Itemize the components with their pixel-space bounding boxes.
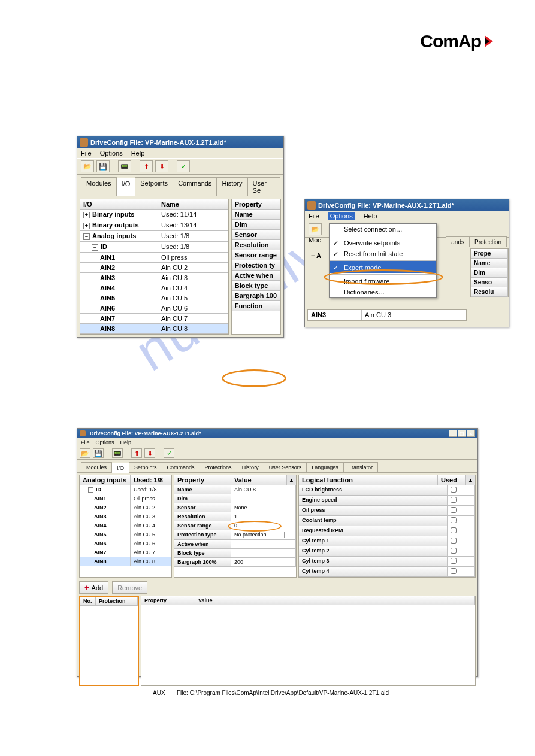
property-sensor[interactable]: Sensor	[232, 230, 280, 240]
logical-cyl-temp-3[interactable]: Cyl temp 3	[299, 557, 475, 567]
property-dim[interactable]: Dim	[471, 268, 508, 278]
save-button[interactable]: 💾	[93, 448, 104, 458]
io-row-ain1[interactable]: AIN1Oil press	[80, 494, 171, 503]
io-row-ain7[interactable]: AIN7Ain CU 7	[80, 314, 228, 324]
tab-setpoints[interactable]: Setpoints	[129, 462, 162, 472]
check-button[interactable]: ✓	[164, 448, 174, 458]
win3-protection-list[interactable]: No. Protection	[79, 596, 139, 686]
tree-toggle-icon[interactable]: −	[83, 233, 90, 240]
prop-row-sensor[interactable]: SensorNone	[174, 503, 296, 512]
win2-minirow[interactable]: AIN3 Ain CU 3	[307, 309, 467, 321]
remove-button[interactable]: Remove	[112, 581, 147, 594]
property-name[interactable]: Name	[471, 259, 508, 268]
used-checkbox[interactable]	[451, 548, 457, 554]
menu-help[interactable]: Help	[120, 439, 132, 445]
tree-toggle-icon[interactable]: +	[83, 212, 90, 218]
scroll-up-icon[interactable]: ▲	[466, 475, 475, 485]
used-checkbox[interactable]	[451, 527, 457, 533]
tab-modules[interactable]: Modules	[81, 177, 117, 196]
logical-cyl-temp-1[interactable]: Cyl temp 1	[299, 536, 475, 546]
property-name[interactable]: Name	[232, 210, 280, 220]
win1-property-grid[interactable]: PropertyNameDimSensorResolutionSensor ra…	[231, 199, 281, 335]
io-row-ain4[interactable]: AIN4Ain CU 4	[80, 283, 228, 293]
io-row-binary-inputs[interactable]: +Binary inputsUsed: 11/14	[80, 210, 228, 220]
win3-property-grid[interactable]: Property Value ▲ NameAin CU 8Dim-SensorN…	[174, 475, 297, 578]
property-prope[interactable]: Prope	[471, 249, 508, 259]
prop-row-active-when[interactable]: Active when	[174, 540, 296, 549]
win3-io-grid[interactable]: Analog inputs Used: 1/8 −IDUsed: 1/8AIN1…	[79, 475, 172, 578]
io-row-id[interactable]: −IDUsed: 1/8	[80, 485, 171, 494]
property-senso[interactable]: Senso	[471, 278, 508, 287]
menu-item-overwrite-setpoints[interactable]: Overwrite setpoints	[330, 236, 436, 248]
scroll-up-icon[interactable]: ▲	[286, 475, 296, 485]
dropdown-icon[interactable]: …	[284, 532, 292, 538]
property-dim[interactable]: Dim	[232, 220, 280, 230]
win3-propvalue-list[interactable]: Property Value	[141, 596, 476, 686]
used-checkbox[interactable]	[451, 538, 457, 544]
menu-item-import-firmware-[interactable]: Import firmware…	[330, 274, 436, 287]
used-checkbox[interactable]	[451, 517, 457, 523]
menu-item-expert-mode[interactable]: Expert mode	[330, 260, 436, 273]
property-block-type[interactable]: Block type	[232, 281, 280, 291]
menu-options[interactable]: Options	[328, 212, 355, 220]
maximize-button[interactable]: ▢	[458, 430, 466, 437]
prop-row-name[interactable]: NameAin CU 8	[174, 485, 296, 494]
win1-menubar[interactable]: File Options Help	[77, 148, 283, 158]
win1-io-grid[interactable]: I/O Name +Binary inputsUsed: 11/14+Binar…	[80, 199, 229, 335]
tab-setpoints[interactable]: Setpoints	[135, 177, 173, 196]
tab-history[interactable]: History	[216, 177, 247, 196]
property-bargraph-100[interactable]: Bargraph 100	[232, 291, 280, 301]
menu-file[interactable]: File	[81, 150, 92, 157]
io-row-binary-outputs[interactable]: +Binary outputsUsed: 13/14	[80, 220, 228, 231]
open-button[interactable]: 📂	[309, 223, 322, 235]
property-sensor-range[interactable]: Sensor range	[232, 250, 280, 260]
download-button[interactable]: ⬇	[155, 160, 168, 172]
win2-menubar[interactable]: File Options Help	[305, 211, 509, 221]
tab-translator[interactable]: Translator	[343, 462, 378, 472]
logical-cyl-temp-2[interactable]: Cyl temp 2	[299, 546, 475, 557]
tab-io[interactable]: I/O	[116, 178, 136, 196]
io-row-ain2[interactable]: AIN2Ain CU 2	[80, 503, 171, 512]
tree-toggle-icon[interactable]: −	[92, 244, 98, 251]
logical-lcd-brightness[interactable]: LCD brightness	[299, 485, 475, 496]
open-button[interactable]: 📂	[80, 448, 90, 458]
close-button[interactable]: ×	[467, 430, 475, 437]
io-row-analog-inputs[interactable]: −Analog inputsUsed: 1/8	[80, 231, 228, 242]
check-button[interactable]: ✓	[177, 160, 190, 172]
property-function[interactable]: Function	[232, 301, 280, 311]
upload-button[interactable]: ⬆	[131, 448, 142, 458]
io-row-ain2[interactable]: AIN2Ain CU 2	[80, 263, 228, 273]
minimize-button[interactable]: _	[449, 430, 457, 437]
tree-toggle-icon[interactable]: −	[88, 487, 93, 493]
menu-help[interactable]: Help	[364, 212, 377, 220]
connect-button[interactable]: 📟	[118, 160, 131, 172]
io-row-ain6[interactable]: AIN6Ain CU 6	[80, 539, 171, 548]
tab-commands[interactable]: Commands	[173, 177, 217, 196]
win3-logical-grid[interactable]: Logical function Used ▲ LCD brightnessEn…	[298, 475, 476, 578]
prop-row-bargraph-100%[interactable]: Bargraph 100%200	[174, 558, 296, 567]
property-protection-ty[interactable]: Protection ty	[232, 260, 280, 271]
io-row-ain5[interactable]: AIN5Ain CU 5	[80, 293, 228, 303]
win3-titlebar[interactable]: DriveConfig File: VP-Marine-AUX-1.2T1.ai…	[77, 429, 477, 438]
prop-row-protection-type[interactable]: Protection typeNo protection…	[174, 530, 296, 540]
menu-item-reset-from-init-state[interactable]: Reset from Init state	[330, 248, 436, 259]
win3-menubar[interactable]: File Options Help	[77, 438, 477, 447]
io-row-ain4[interactable]: AIN4Ain CU 4	[80, 521, 171, 530]
logical-oil-press[interactable]: Oil press	[299, 506, 475, 516]
menu-help[interactable]: Help	[131, 150, 145, 157]
win2-titlebar[interactable]: DriveConfig File: VP-Marine-AUX-1.2T1.ai…	[305, 199, 509, 211]
add-button[interactable]: + Add	[79, 581, 108, 594]
io-row-ain5[interactable]: AIN5Ain CU 5	[80, 530, 171, 539]
property-resolution[interactable]: Resolution	[232, 240, 280, 250]
tab-protections[interactable]: Protection	[469, 236, 507, 247]
menu-file[interactable]: File	[81, 439, 90, 445]
tab-commands[interactable]: Commands	[162, 462, 200, 472]
tab-usersensors[interactable]: User Sensors	[264, 462, 307, 472]
property-property[interactable]: Property	[232, 199, 280, 210]
prop-row-block-type[interactable]: Block type	[174, 549, 296, 558]
used-checkbox[interactable]	[451, 487, 457, 493]
tab-io[interactable]: I/O	[111, 463, 129, 473]
io-row-ain6[interactable]: AIN6Ain CU 6	[80, 303, 228, 314]
used-checkbox[interactable]	[451, 568, 457, 574]
tab-protections[interactable]: Protections	[200, 462, 237, 472]
